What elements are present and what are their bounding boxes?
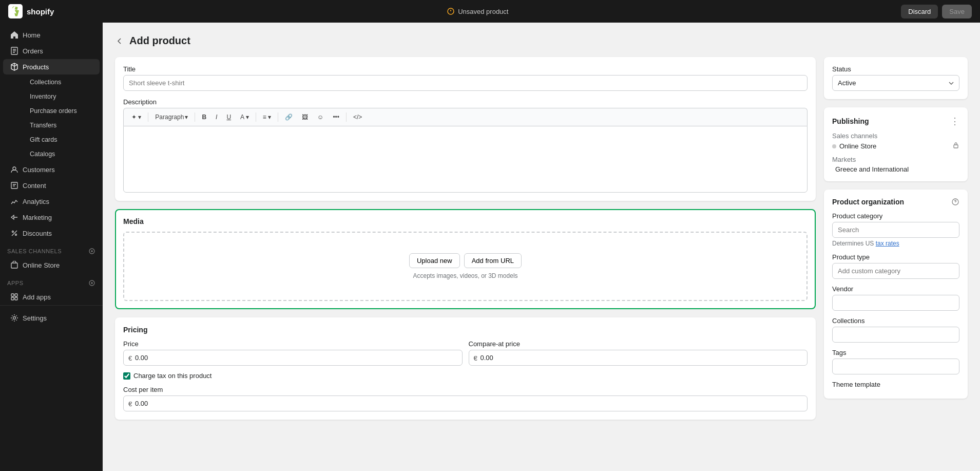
product-type-label: Product type: [832, 253, 959, 261]
sidebar-item-collections[interactable]: Collections: [23, 75, 100, 89]
collections-input[interactable]: [832, 327, 959, 343]
toolbar-paragraph-btn[interactable]: Paragraph ▾: [151, 111, 191, 123]
toolbar-divider-3: [256, 112, 256, 122]
toolbar-link-btn[interactable]: 🔗: [281, 111, 296, 123]
charge-tax-row: Charge tax on this product: [123, 372, 808, 380]
sidebar-item-gift-cards[interactable]: Gift cards: [23, 133, 100, 147]
right-panel: Status Active Draft Publishing ⋮ Sales c: [824, 57, 968, 428]
sidebar-item-home[interactable]: Home: [3, 27, 100, 43]
discard-button[interactable]: Discard: [901, 5, 938, 18]
product-org-card: Product organization Product category De…: [824, 190, 968, 399]
sidebar-item-customers[interactable]: Customers: [3, 162, 100, 177]
add-apps-label: Add apps: [23, 293, 51, 301]
add-from-url-button[interactable]: Add from URL: [464, 253, 522, 268]
online-store-name: Online Store: [839, 142, 876, 150]
svg-rect-10: [11, 294, 14, 296]
sidebar-item-products[interactable]: Products: [3, 59, 100, 74]
pricing-title: Pricing: [123, 326, 808, 334]
toolbar-code-btn[interactable]: </>: [350, 111, 366, 123]
description-label: Description: [123, 98, 808, 106]
tags-label: Tags: [832, 349, 959, 356]
cost-label: Cost per item: [123, 386, 808, 393]
sidebar-item-inventory[interactable]: Inventory: [23, 89, 100, 104]
sidebar-customers-label: Customers: [23, 166, 55, 174]
apps-label: Apps: [0, 273, 103, 289]
sales-channels-label: Sales channels: [0, 241, 103, 257]
tax-rates-link[interactable]: tax rates: [876, 240, 899, 247]
sidebar-item-analytics[interactable]: Analytics: [3, 194, 100, 209]
svg-rect-8: [11, 263, 17, 268]
back-arrow-icon[interactable]: [115, 36, 124, 46]
sidebar-item-purchase-orders[interactable]: Purchase orders: [23, 104, 100, 118]
help-icon: ?: [474, 354, 803, 362]
sidebar-item-marketing[interactable]: Marketing: [3, 210, 100, 225]
sidebar-item-transfers[interactable]: Transfers: [23, 118, 100, 133]
vendor-input[interactable]: [832, 295, 959, 311]
toolbar-align-btn[interactable]: ≡ ▾: [259, 111, 275, 123]
cost-input-wrapper: € ?: [123, 395, 808, 411]
sidebar-item-settings[interactable]: Settings: [3, 310, 100, 326]
media-dropzone[interactable]: Upload new Add from URL Accepts images, …: [123, 232, 808, 301]
page-title: Add product: [129, 35, 190, 47]
vendor-label: Vendor: [832, 285, 959, 293]
toolbar-bold-btn[interactable]: B: [198, 111, 210, 123]
category-search-input[interactable]: [832, 222, 959, 238]
price-input[interactable]: [123, 350, 463, 366]
category-label: Product category: [832, 212, 959, 220]
markets-value: Greece and International: [835, 165, 909, 173]
toolbar-image-btn[interactable]: 🖼: [298, 111, 312, 123]
collections-label: Collections: [832, 317, 959, 325]
sidebar-products-label: Products: [23, 63, 49, 71]
media-hint: Accepts images, videos, or 3D models: [413, 272, 517, 279]
sidebar-analytics-label: Analytics: [23, 198, 49, 205]
product-org-header: Product organization: [832, 198, 959, 206]
sidebar-item-online-store[interactable]: Online Store: [3, 257, 100, 273]
toolbar-color-btn[interactable]: A ▾: [237, 111, 253, 123]
sidebar-item-content[interactable]: Content: [3, 178, 100, 193]
status-select[interactable]: Active Draft: [832, 75, 959, 91]
publishing-title: Publishing: [832, 117, 869, 125]
upload-new-button[interactable]: Upload new: [409, 253, 460, 268]
theme-template-label: Theme template: [832, 381, 959, 388]
sidebar: Home Orders Products Collections Invento…: [0, 23, 103, 471]
online-store-row: Online Store: [832, 142, 959, 150]
sidebar-item-add-apps[interactable]: Add apps: [3, 289, 100, 305]
sidebar-marketing-label: Marketing: [23, 214, 52, 221]
toolbar-underline-btn[interactable]: U: [223, 111, 235, 123]
title-input[interactable]: [123, 75, 808, 91]
svg-rect-13: [15, 297, 17, 300]
status-card: Status Active Draft: [824, 57, 968, 99]
charge-tax-label: Charge tax on this product: [133, 372, 212, 380]
product-org-title: Product organization: [832, 198, 904, 206]
org-help-icon: [951, 198, 959, 206]
editor-toolbar: ✦ ▾ Paragraph ▾ B I U A ▾ ≡ ▾ 🔗: [123, 108, 808, 126]
sidebar-item-catalogs[interactable]: Catalogs: [23, 147, 100, 161]
product-type-input[interactable]: [832, 263, 959, 279]
toolbar-divider-4: [278, 112, 278, 122]
sidebar-item-orders[interactable]: Orders: [3, 43, 100, 59]
compare-price-label: Compare-at price: [469, 340, 808, 348]
tags-input[interactable]: [832, 359, 959, 374]
svg-point-6: [15, 234, 17, 236]
toolbar-more-btn[interactable]: •••: [329, 111, 343, 123]
topbar: shopify Unsaved product Discard Save: [0, 0, 980, 23]
media-title: Media: [123, 217, 808, 225]
toolbar-emoji-btn[interactable]: ☺: [314, 111, 327, 123]
toolbar-italic-btn[interactable]: I: [212, 111, 221, 123]
description-editor[interactable]: [123, 126, 808, 193]
main-content: Add product Title Description ✦ ▾ Paragr…: [103, 23, 980, 471]
online-store-dot: [832, 144, 836, 148]
toolbar-ai-btn[interactable]: ✦ ▾: [128, 111, 145, 123]
markets-row: Greece and International: [832, 165, 959, 173]
price-row: Price € Compare-at price € ?: [123, 340, 808, 366]
svg-rect-15: [954, 145, 958, 148]
charge-tax-checkbox[interactable]: [123, 372, 130, 380]
price-input-wrapper: €: [123, 350, 463, 366]
sidebar-item-discounts[interactable]: Discounts: [3, 225, 100, 241]
status-select-wrapper: Active Draft: [832, 75, 959, 91]
sidebar-products-submenu: Collections Inventory Purchase orders Tr…: [0, 75, 103, 161]
save-button[interactable]: Save: [942, 5, 972, 18]
lock-icon: [952, 142, 959, 150]
tax-rates-text: Determines US tax rates: [832, 240, 959, 247]
publishing-menu-btn[interactable]: ⋮: [950, 116, 959, 127]
